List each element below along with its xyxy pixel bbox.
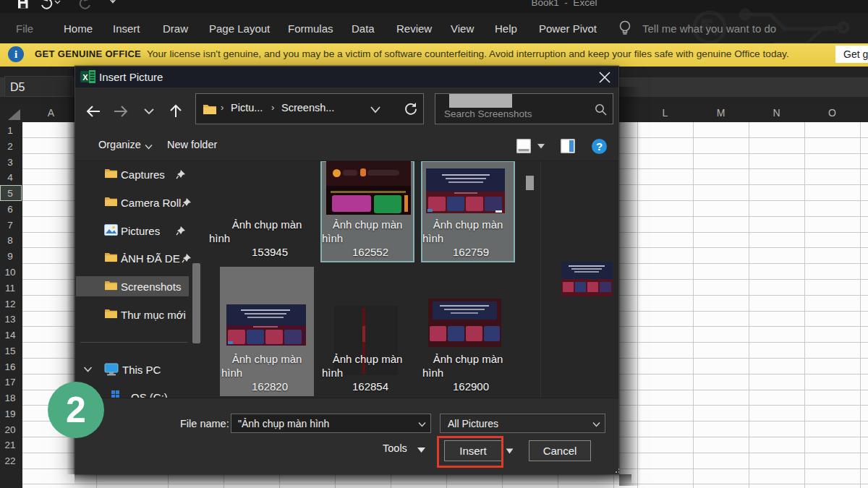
- svg-text:X: X: [82, 73, 88, 82]
